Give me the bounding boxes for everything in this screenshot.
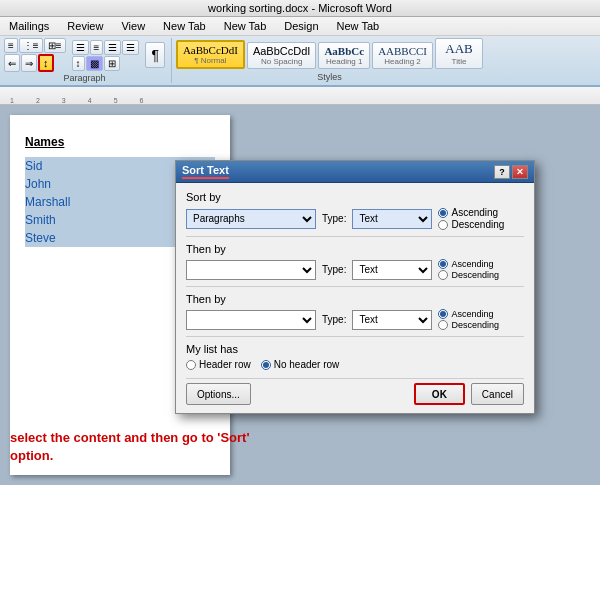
- then-by-row-2: Type: Text Ascending Descending: [186, 309, 524, 330]
- pilcrow-btn[interactable]: ¶: [145, 42, 165, 68]
- no-header-row-label: No header row: [274, 359, 340, 370]
- no-header-row-option: No header row: [261, 359, 340, 370]
- align-center-btn[interactable]: ≡: [90, 40, 104, 55]
- menu-newtab2[interactable]: New Tab: [219, 19, 272, 33]
- then-descending-label-2: Descending: [451, 320, 499, 330]
- bullets-btn[interactable]: ≡: [4, 38, 18, 53]
- header-row-option: Header row: [186, 359, 251, 370]
- ascending-radio[interactable]: [438, 208, 448, 218]
- sort-by-select[interactable]: Paragraphs: [186, 209, 316, 229]
- styles-section: AaBbCcDdI ¶ Normal AaBbCcDdI No Spacing …: [176, 38, 483, 82]
- then-descending-radio-1[interactable]: [438, 270, 448, 280]
- no-header-row-radio[interactable]: [261, 360, 271, 370]
- instruction-line2: option.: [10, 447, 249, 465]
- then-descending-label-1: Descending: [451, 270, 499, 280]
- style-title[interactable]: AAB Title: [435, 38, 483, 69]
- line-spacing-btn[interactable]: ↕: [72, 56, 85, 71]
- menu-view[interactable]: View: [116, 19, 150, 33]
- my-list-section: My list has Header row No header row: [186, 343, 524, 370]
- cancel-button[interactable]: Cancel: [471, 383, 524, 405]
- borders-btn[interactable]: ⊞: [104, 56, 120, 71]
- then-by-label-1: Then by: [186, 243, 524, 255]
- shading-btn[interactable]: ▩: [86, 56, 103, 71]
- names-header: Names: [25, 135, 215, 149]
- descending-label: Descending: [451, 219, 504, 230]
- then-by-type-select-1[interactable]: Text: [352, 260, 432, 280]
- style-boxes-row: AaBbCcDdI ¶ Normal AaBbCcDdI No Spacing …: [176, 38, 483, 71]
- align-right-btn[interactable]: ☰: [104, 40, 121, 55]
- dialog-title-text: Sort Text: [182, 164, 229, 179]
- then-by-label-2: Then by: [186, 293, 524, 305]
- menu-mailings[interactable]: Mailings: [4, 19, 54, 33]
- title-indicator: Title: [441, 57, 477, 66]
- then-by-row-1: Type: Text Ascending Descending: [186, 259, 524, 280]
- dialog-controls: ? ✕: [494, 165, 528, 179]
- increase-indent-btn[interactable]: ⇒: [21, 54, 37, 72]
- sort-text-dialog: Sort Text ? ✕ Sort by Paragraphs Type: T…: [175, 160, 535, 414]
- menu-review[interactable]: Review: [62, 19, 108, 33]
- document-area: Names Sid John Marshall Smith Steve Sort…: [0, 105, 600, 485]
- type-select-1[interactable]: Text: [352, 209, 432, 229]
- then-ascending-radio-1[interactable]: [438, 259, 448, 269]
- title-preview: AAB: [441, 41, 477, 57]
- style-nospacing[interactable]: AaBbCcDdI No Spacing: [247, 42, 316, 69]
- menu-newtab1[interactable]: New Tab: [158, 19, 211, 33]
- sort-by-row: Paragraphs Type: Text Ascending Descendi…: [186, 207, 524, 230]
- then-by-type-select-2[interactable]: Text: [352, 310, 432, 330]
- menu-newtab3[interactable]: New Tab: [332, 19, 385, 33]
- my-list-row: Header row No header row: [186, 359, 524, 370]
- numbered-btn[interactable]: ⋮≡: [19, 38, 43, 53]
- heading1-indicator: Heading 1: [324, 57, 364, 66]
- ruler: 123456: [0, 87, 600, 105]
- header-row-radio[interactable]: [186, 360, 196, 370]
- normal-preview: AaBbCcDdI: [183, 44, 238, 56]
- nospacing-preview: AaBbCcDdI: [253, 45, 310, 57]
- menu-design[interactable]: Design: [279, 19, 323, 33]
- sort-icon: ↕: [43, 57, 49, 69]
- heading2-indicator: Heading 2: [378, 57, 427, 66]
- then-ascending-row-2: Ascending: [438, 309, 499, 319]
- options-button[interactable]: Options...: [186, 383, 251, 405]
- nospacing-indicator: No Spacing: [253, 57, 310, 66]
- style-normal[interactable]: AaBbCcDdI ¶ Normal: [176, 40, 245, 69]
- then-ascending-row-1: Ascending: [438, 259, 499, 269]
- ok-cancel-group: OK Cancel: [414, 383, 524, 405]
- then-by-select-1[interactable]: [186, 260, 316, 280]
- style-heading1[interactable]: AaBbCc Heading 1: [318, 42, 370, 69]
- then-descending-radio-2[interactable]: [438, 320, 448, 330]
- then-ascending-label-2: Ascending: [451, 309, 493, 319]
- style-heading2[interactable]: AABBCCI Heading 2: [372, 42, 433, 69]
- align-buttons: ☰ ≡ ☰ ☰ ↕ ▩ ⊞: [72, 40, 140, 71]
- heading2-preview: AABBCCI: [378, 45, 427, 57]
- normal-indicator: ¶ Normal: [183, 56, 238, 65]
- paragraph-section: ≡ ⋮≡ ⊞≡ ⇐ ⇒ ↕ ☰ ≡: [4, 38, 172, 83]
- sort-by-label: Sort by: [186, 191, 524, 203]
- then-descending-row-2: Descending: [438, 320, 499, 330]
- dialog-title-left: Sort Text: [182, 164, 229, 179]
- then-by-select-2[interactable]: [186, 310, 316, 330]
- decrease-indent-btn[interactable]: ⇐: [4, 54, 20, 72]
- my-list-label: My list has: [186, 343, 524, 355]
- instruction-line1: select the content and then go to 'Sort': [10, 429, 249, 447]
- dialog-close-button[interactable]: ✕: [512, 165, 528, 179]
- dialog-footer: Options... OK Cancel: [186, 378, 524, 405]
- then-by-direction-group-2: Ascending Descending: [438, 309, 499, 330]
- then-descending-row-1: Descending: [438, 270, 499, 280]
- then-by-direction-group-1: Ascending Descending: [438, 259, 499, 280]
- ok-button[interactable]: OK: [414, 383, 465, 405]
- ruler-marks: 123456: [0, 87, 600, 104]
- type-label-3: Type:: [322, 314, 346, 325]
- sort-btn sort-highlight ribbon-large-btn[interactable]: ↕: [38, 54, 54, 72]
- then-ascending-radio-2[interactable]: [438, 309, 448, 319]
- align-left-btn[interactable]: ☰: [72, 40, 89, 55]
- ribbon: ≡ ⋮≡ ⊞≡ ⇐ ⇒ ↕ ☰ ≡: [0, 36, 600, 87]
- ascending-row: Ascending: [438, 207, 504, 218]
- then-ascending-label-1: Ascending: [451, 259, 493, 269]
- header-row-label: Header row: [199, 359, 251, 370]
- descending-radio[interactable]: [438, 220, 448, 230]
- justify-btn[interactable]: ☰: [122, 40, 139, 55]
- multilevel-btn[interactable]: ⊞≡: [44, 38, 66, 53]
- ascending-label: Ascending: [451, 207, 498, 218]
- dialog-help-button[interactable]: ?: [494, 165, 510, 179]
- paragraph-buttons: ≡ ⋮≡ ⊞≡ ⇐ ⇒ ↕ ☰ ≡: [4, 38, 165, 72]
